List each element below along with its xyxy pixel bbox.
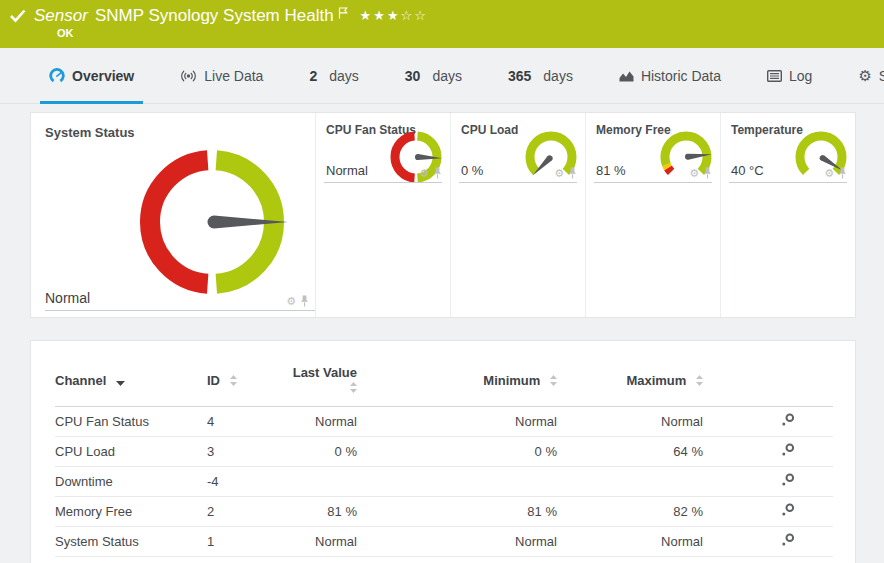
tab-365-days[interactable]: 365days <box>499 48 582 103</box>
gear-icon[interactable]: ⚙ <box>824 168 834 179</box>
tab-30-days[interactable]: 30days <box>396 48 471 103</box>
flag-icon[interactable] <box>338 7 348 19</box>
gear-icon[interactable]: ⚙ <box>286 296 296 307</box>
cell-channel: Temperature <box>55 557 207 563</box>
cell-id: 4 <box>207 407 285 437</box>
cell-maximum <box>557 467 703 497</box>
table-row[interactable]: Temperature040 °C40 °C40 °C <box>55 557 833 563</box>
table-row[interactable]: System Status1NormalNormalNormal <box>55 527 833 557</box>
sort-desc-icon <box>116 374 125 389</box>
cell-id: 1 <box>207 527 285 557</box>
cell-last-value: 0 % <box>285 437 357 467</box>
priority-stars[interactable]: ★★★☆☆ <box>360 9 428 22</box>
cell-channel: System Status <box>55 527 207 557</box>
column-header-actions <box>703 365 833 407</box>
gear-icon[interactable]: ⚙ <box>689 168 699 179</box>
tab-historic-data[interactable]: Historic Data <box>610 48 730 103</box>
cell-channel: Memory Free <box>55 497 207 527</box>
historic-data-chart-icon <box>619 69 634 82</box>
table-row[interactable]: Memory Free281 %81 %82 % <box>55 497 833 527</box>
table-row[interactable]: CPU Load30 %0 %64 % <box>55 437 833 467</box>
sort-both-icon <box>350 381 357 396</box>
cell-maximum: Normal <box>557 407 703 437</box>
cell-minimum: 81 % <box>357 497 557 527</box>
channel-settings-icon[interactable] <box>781 503 795 517</box>
mini-gauge-cell[interactable]: CPU Fan StatusNormal⚙ <box>315 113 450 317</box>
pin-icon[interactable] <box>703 167 712 179</box>
settings-gear-icon: ⚙ <box>858 68 871 83</box>
log-list-icon <box>767 70 782 82</box>
divider <box>324 182 442 183</box>
sort-both-icon <box>230 374 237 389</box>
channel-settings-icon[interactable] <box>781 533 795 547</box>
table-row[interactable]: Downtime-4 <box>55 467 833 497</box>
cell-actions <box>703 527 833 557</box>
gear-icon[interactable]: ⚙ <box>419 168 429 179</box>
column-header-last-value[interactable]: Last Value <box>285 365 357 407</box>
tab-live-data[interactable]: Live Data <box>171 48 272 103</box>
tab-2-days[interactable]: 2days <box>300 48 367 103</box>
sensor-header-bar: Sensor SNMP Synology System Health ★★★☆☆… <box>0 0 884 48</box>
channel-settings-icon[interactable] <box>781 473 795 487</box>
tab-log[interactable]: Log <box>758 48 821 103</box>
page-title: SNMP Synology System Health <box>95 6 334 26</box>
cell-last-value: Normal <box>285 527 357 557</box>
cell-minimum: 40 °C <box>357 557 557 563</box>
tab-settings[interactable]: ⚙ Settings <box>849 48 884 103</box>
cell-channel: CPU Fan Status <box>55 407 207 437</box>
channel-settings-icon[interactable] <box>781 443 795 457</box>
gauge-value: 81 % <box>596 163 626 178</box>
cell-maximum: 64 % <box>557 437 703 467</box>
gauge-title: CPU Load <box>461 123 518 137</box>
cell-maximum: Normal <box>557 527 703 557</box>
divider <box>45 310 315 311</box>
gauges-panel: System Status Normal ⚙ CPU Fan StatusNor… <box>30 112 856 318</box>
table-row[interactable]: CPU Fan Status4NormalNormalNormal <box>55 407 833 437</box>
cell-actions <box>703 407 833 437</box>
cell-minimum: Normal <box>357 407 557 437</box>
object-kind-label: Sensor <box>34 6 88 26</box>
column-header-maximum[interactable]: Maximum <box>557 365 703 407</box>
pin-icon[interactable] <box>838 167 847 179</box>
system-status-gauge <box>127 137 297 311</box>
sort-both-icon <box>550 374 557 389</box>
table-header-row: Channel ID Last Value Minimum Maximum <box>55 365 833 407</box>
column-header-minimum[interactable]: Minimum <box>357 365 557 407</box>
mini-gauge-cell[interactable]: Temperature40 °C⚙ <box>720 113 855 317</box>
cell-actions <box>703 557 833 563</box>
cell-minimum: Normal <box>357 527 557 557</box>
gauge-value: 0 % <box>461 163 483 178</box>
cell-channel: Downtime <box>55 467 207 497</box>
divider <box>729 182 847 183</box>
cell-last-value: 40 °C <box>285 557 357 563</box>
pin-icon[interactable] <box>433 167 442 179</box>
cell-actions <box>703 467 833 497</box>
gauge-title: System Status <box>45 125 135 140</box>
channel-table: Channel ID Last Value Minimum Maximum <box>55 365 833 563</box>
gear-icon[interactable]: ⚙ <box>554 168 564 179</box>
cell-last-value: Normal <box>285 407 357 437</box>
column-header-channel[interactable]: Channel <box>55 365 207 407</box>
mini-gauge-cell[interactable]: Memory Free81 %⚙ <box>585 113 720 317</box>
mini-gauge-cell[interactable]: CPU Load0 %⚙ <box>450 113 585 317</box>
gauge-value: 40 °C <box>731 163 764 178</box>
cell-id: 2 <box>207 497 285 527</box>
divider <box>594 182 712 183</box>
gauge-value: Normal <box>326 163 368 178</box>
cell-maximum: 40 °C <box>557 557 703 563</box>
gauge-value: Normal <box>45 290 90 306</box>
cell-channel: CPU Load <box>55 437 207 467</box>
gauge-icon <box>49 68 65 83</box>
pin-icon[interactable] <box>300 295 309 307</box>
cell-actions <box>703 497 833 527</box>
cell-actions <box>703 437 833 467</box>
cell-maximum: 82 % <box>557 497 703 527</box>
tab-bar: Overview Live Data 2days 30days 365days … <box>0 48 884 104</box>
cell-minimum <box>357 467 557 497</box>
system-status-gauge-block[interactable]: System Status Normal ⚙ <box>31 113 315 317</box>
channel-settings-icon[interactable] <box>781 413 795 427</box>
column-header-id[interactable]: ID <box>207 365 285 407</box>
tab-overview[interactable]: Overview <box>40 48 143 103</box>
pin-icon[interactable] <box>568 167 577 179</box>
sort-both-icon <box>696 374 703 389</box>
